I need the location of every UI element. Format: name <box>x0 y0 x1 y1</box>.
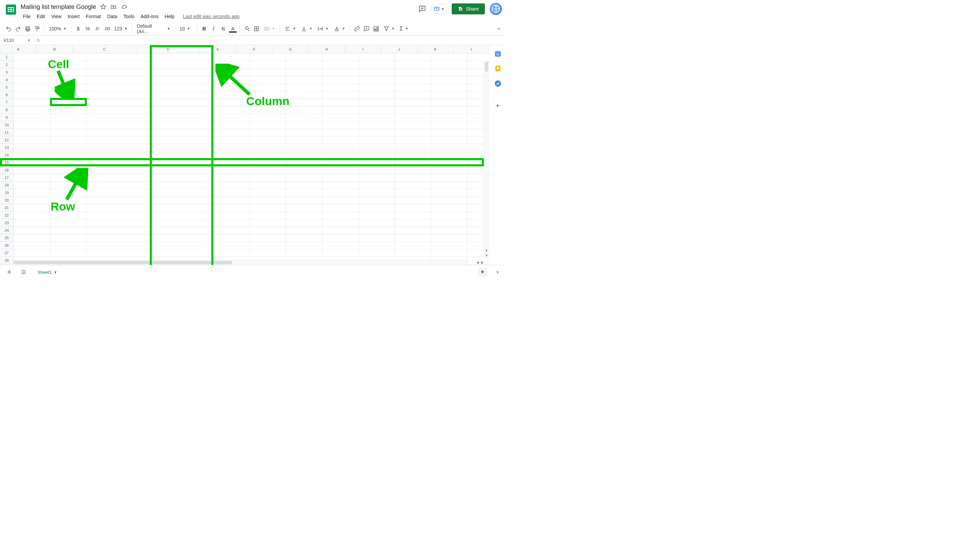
currency-button[interactable]: $ <box>74 24 83 33</box>
row-7[interactable]: 7 <box>0 99 13 106</box>
move-icon[interactable] <box>110 4 116 10</box>
col-C[interactable]: C <box>73 45 137 53</box>
row-26[interactable]: 26 <box>0 242 13 249</box>
all-sheets-button[interactable] <box>18 267 29 277</box>
col-K[interactable]: K <box>417 45 454 53</box>
menu-tools[interactable]: Tools <box>121 12 137 21</box>
col-F[interactable]: F <box>236 45 272 53</box>
menu-insert[interactable]: Insert <box>65 12 82 21</box>
row-1[interactable]: 1 <box>0 53 13 61</box>
insert-chart-button[interactable] <box>372 24 380 33</box>
link-button[interactable] <box>353 24 361 33</box>
row-5[interactable]: 5 <box>0 83 13 91</box>
sheets-app-icon[interactable] <box>4 3 18 16</box>
vertical-scrollbar[interactable]: ▲▼ <box>484 62 489 259</box>
col-L[interactable]: L <box>454 45 489 53</box>
account-avatar[interactable] <box>490 3 502 15</box>
horizontal-align-button[interactable]: ▼ <box>282 24 298 33</box>
bold-button[interactable]: B <box>200 24 208 33</box>
menu-help[interactable]: Help <box>162 12 177 21</box>
col-B[interactable]: B <box>37 45 73 53</box>
merge-cells-button[interactable]: ▼ <box>262 24 277 33</box>
borders-button[interactable] <box>252 24 261 33</box>
share-button[interactable]: Share <box>452 3 485 14</box>
calendar-addon-icon[interactable]: 31 <box>494 49 502 57</box>
vertical-align-button[interactable]: ▼ <box>299 24 315 33</box>
row-8[interactable]: 8 <box>0 106 13 113</box>
zoom-select[interactable]: 100%▼ <box>47 24 69 33</box>
col-I[interactable]: I <box>345 45 381 53</box>
col-G[interactable]: G <box>272 45 309 53</box>
redo-button[interactable] <box>14 24 22 33</box>
row-13[interactable]: 13 <box>0 144 13 151</box>
text-wrap-button[interactable]: ▼ <box>315 24 331 33</box>
spreadsheet-grid[interactable]: A B C D E F G H I J K L 1 2 3 4 5 6 7 8 … <box>0 45 489 265</box>
italic-button[interactable]: I <box>209 24 218 33</box>
font-select[interactable]: Default (Ari…▼ <box>135 24 172 33</box>
add-addon-icon[interactable]: + <box>494 102 502 110</box>
filter-button[interactable]: ▼ <box>381 24 397 33</box>
col-H[interactable]: H <box>309 45 345 53</box>
text-color-button[interactable]: A <box>228 24 237 33</box>
sheet-tab-1[interactable]: Sheet1▼ <box>32 266 62 278</box>
last-edit-link[interactable]: Last edit was seconds ago <box>183 14 239 19</box>
row-21[interactable]: 21 <box>0 204 13 211</box>
doc-title[interactable]: Mailing list template Google <box>21 3 96 11</box>
menu-view[interactable]: View <box>49 12 64 21</box>
add-sheet-button[interactable]: + <box>3 267 15 277</box>
row-16[interactable]: 16 <box>0 166 13 174</box>
row-6[interactable]: 6 <box>0 91 13 99</box>
more-formats-select[interactable]: 123▼ <box>112 24 130 33</box>
row-20[interactable]: 20 <box>0 196 13 204</box>
row-22[interactable]: 22 <box>0 211 13 219</box>
row-28[interactable]: 28 <box>0 257 13 264</box>
row-19[interactable]: 19 <box>0 189 13 196</box>
row-3[interactable]: 3 <box>0 69 13 76</box>
menu-edit[interactable]: Edit <box>35 12 48 21</box>
paint-format-button[interactable] <box>33 24 42 33</box>
side-panel-toggle[interactable] <box>493 268 502 276</box>
functions-button[interactable]: Σ▼ <box>398 24 410 33</box>
menu-data[interactable]: Data <box>105 12 120 21</box>
row-17[interactable]: 17 <box>0 174 13 181</box>
row-23[interactable]: 23 <box>0 219 13 227</box>
percent-button[interactable]: % <box>83 24 92 33</box>
menu-format[interactable]: Format <box>83 12 103 21</box>
comments-icon[interactable] <box>418 5 426 13</box>
present-button[interactable]: ▼ <box>431 4 447 14</box>
strikethrough-button[interactable]: S <box>219 24 228 33</box>
row-24[interactable]: 24 <box>0 227 13 234</box>
row-12[interactable]: 12 <box>0 136 13 144</box>
row-27[interactable]: 27 <box>0 249 13 257</box>
row-10[interactable]: 10 <box>0 121 13 129</box>
row-18[interactable]: 18 <box>0 181 13 189</box>
row-4[interactable]: 4 <box>0 76 13 83</box>
star-icon[interactable] <box>100 4 107 10</box>
tasks-addon-icon[interactable] <box>494 80 502 88</box>
menu-file[interactable]: File <box>21 12 33 21</box>
row-11[interactable]: 11 <box>0 129 13 136</box>
col-A[interactable]: A <box>0 45 37 53</box>
row-15[interactable]: 15 <box>0 159 13 166</box>
text-rotate-button[interactable]: ▼ <box>332 24 347 33</box>
name-box[interactable]: V110▼ <box>0 38 34 43</box>
font-size-select[interactable]: 10▼ <box>177 24 194 33</box>
row-9[interactable]: 9 <box>0 113 13 121</box>
col-J[interactable]: J <box>381 45 417 53</box>
col-D[interactable]: D <box>137 45 200 53</box>
increase-decimal-button[interactable]: .00 <box>103 24 111 33</box>
undo-button[interactable] <box>4 24 13 33</box>
menu-addons[interactable]: Add-ons <box>138 12 161 21</box>
decrease-decimal-button[interactable]: .0_ <box>93 24 102 33</box>
horizontal-scrollbar[interactable] <box>14 260 468 265</box>
fill-color-button[interactable] <box>242 24 251 33</box>
row-14[interactable]: 14 <box>0 151 13 159</box>
row-2[interactable]: 2 <box>0 61 13 69</box>
keep-addon-icon[interactable] <box>494 64 502 73</box>
explore-button[interactable] <box>478 268 487 276</box>
cloud-status-icon[interactable] <box>121 4 127 10</box>
insert-comment-button[interactable] <box>362 24 371 33</box>
horizontal-scroll-nav[interactable]: ◀▶ <box>476 260 484 265</box>
collapse-toolbar-button[interactable] <box>495 24 503 33</box>
col-E[interactable]: E <box>200 45 236 53</box>
